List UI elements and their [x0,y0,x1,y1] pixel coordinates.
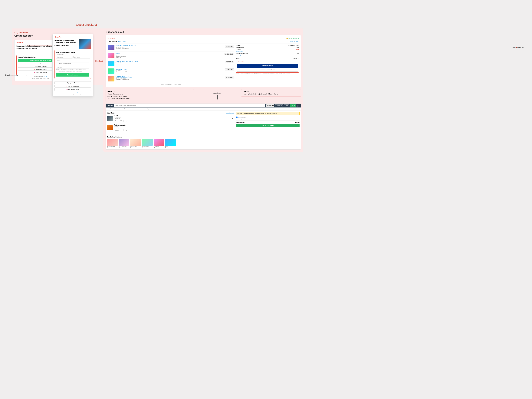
tab-brushes[interactable]: Brushes & More [152,108,160,110]
modal2-login-link[interactable]: Log In [76,91,79,93]
product6-price: $4 [165,147,176,148]
cart-item1-license-select[interactable]: Standard [114,120,122,122]
item2-author: by TopVectors [115,54,223,56]
product1-name: Rainbow Font Cut... [107,146,118,147]
google-signup-button-2[interactable]: G Sign Up with Google [55,85,91,88]
right-panel-label: Guest checkout [106,31,301,33]
checkout-items-list: Geometric Gradient Design Kit by Paul Do… [108,45,234,85]
tax-value: $0 [298,52,299,54]
create-account-button-full[interactable]: Create Account [56,73,89,76]
cart-item2-price: $4 [233,127,234,129]
tab-photos[interactable]: Photos [118,108,122,110]
total-label: Total [236,57,240,59]
back-to-cart-link[interactable]: Back to Cart [118,41,126,42]
cart-subtotal-value: $31.00 [295,121,299,123]
promo-code-link[interactable]: + Promo code [236,60,299,62]
total-value: $94.56 [293,57,299,59]
cart-item1-qty-select[interactable]: 1 [123,120,128,122]
modal1-terms: Terms [32,78,35,79]
update-cart-label: Update cart [213,92,222,94]
checkout-item-1: Geometric Gradient Design Kit by Paul Do… [108,45,234,51]
item2-price: $49 $43.10 [225,53,234,55]
product-card-2[interactable]: Self Expansion An... $4 [119,139,129,148]
review-order-label: Review order [513,46,524,49]
password-hint: password, lowercase, more than 6 charact… [56,69,89,70]
product-card-6[interactable]: SERIF... $4 [165,139,176,148]
product3-name: Vintage Badges... [130,146,141,147]
item4-name: Traditional Paper [115,69,224,70]
modal2-hero-image [79,39,91,49]
checkout-annot-title: Checkout [107,90,192,92]
need-support-link[interactable]: Need Support? [290,41,299,42]
sign-up-checkout-button[interactable]: Sign Up to Checkout [236,124,299,127]
add-billing-info[interactable]: Add billing info [236,54,299,56]
subtotal-value: $126.04 / $113.00 [288,45,299,47]
open-site-btn[interactable]: Open a Site [275,104,283,107]
cart-item1-price: $27 [232,118,234,119]
product2-price: $4 [119,147,129,148]
modal1-login-link[interactable]: Log In [44,76,47,77]
dribbble-btn-label-1: Sign up with Dribble [36,72,47,73]
checkout-modal: Creative 🔒 Secure Checkout Checkout Back… [106,35,301,87]
product6-name: SERIF... [165,146,176,147]
item1-thumb [108,45,114,50]
checkout-summary: Subtotal $126.04 / $113.00 Platform Fee … [236,45,299,85]
tab-templates[interactable]: Templates & Themes [132,108,143,110]
terms-checkbox[interactable] [56,71,58,72]
paypal-button[interactable]: Pay with PayPal [237,64,298,68]
google-btn-label-2: Sign Up with Google [68,85,79,87]
cart-navbar: Creative All Items Open a Site Log In Si… [106,104,301,108]
credit-card-button[interactable]: or checkout with credit card [237,68,298,72]
cart-support-link[interactable]: Need Support? [226,112,234,114]
modal2-privacy: Privacy Policy [75,94,81,95]
password-input[interactable] [56,66,89,69]
modal1-hero-text: Discover digital assets created by talen… [16,45,53,54]
save-option: Save up to 20% on this cart [236,118,299,120]
checkout-right-annot-title: Checkout [243,90,299,92]
tab-illustrations[interactable]: Illustrations [124,108,130,110]
dribbble-signup-button-2[interactable]: ◆ Sign up with Dribble [55,88,91,91]
item3-author: by artistsdesign [115,62,224,63]
log-in-btn[interactable]: Log In [284,104,289,107]
tab-mockups[interactable]: Mockups [145,108,150,110]
checkout-item-3: Autumn Landscape Scene Creator by artist… [108,61,234,67]
platform-fee-value: $3.94 [296,47,299,49]
create-account-arrow [15,75,26,75]
tab-more[interactable]: More [162,108,165,110]
product-card-4[interactable]: Go Explore Type... $4 [142,139,153,148]
email-input[interactable] [56,59,89,62]
paypal-btn-label: Pay with PayPal [262,65,272,67]
cart-brand: Creative [107,105,113,106]
product-card-3[interactable]: Vintage Badges... $4 [130,139,141,148]
cart-item2-license-select[interactable]: Standard [114,129,122,131]
product-card-5[interactable]: Super Vibes... $4 [154,139,164,148]
cart-item1-thumb [107,116,113,121]
flow-label-checkout: Checkout [95,60,103,62]
last-name-input[interactable] [73,56,90,58]
platform-fee-label: Platform Fee [236,47,244,49]
checkout-item-2: Petals by TopVectors * Commercial Licens… [108,53,234,59]
product-card-1[interactable]: Rainbow Font Cut... $4 [107,139,118,148]
checkout-terms: Terms [161,84,164,85]
cart-item2-qty-select[interactable]: 1 [123,129,128,131]
full-amount-radio[interactable] [236,116,238,118]
tab-graphics[interactable]: Graphics [107,108,112,110]
modal2-brand: Creative [55,36,91,38]
cart-search-input[interactable] [114,104,265,107]
item5-author: by Design laboratory [115,78,224,79]
item1-info: Geometric Gradient Design Kit by Paul Do… [115,45,224,49]
first-name-input[interactable] [56,56,73,58]
sign-up-btn[interactable]: Sign Up [290,104,296,107]
tax-label: Extended Sales Tax [236,52,248,54]
cart-item2-name: Texture made of... [114,124,232,126]
tab-fonts[interactable]: Fonts [114,108,117,110]
all-items-select[interactable]: All Items [266,104,274,107]
username-input[interactable] [56,62,89,65]
google-btn-label-1: Sign Up with Google [36,69,47,70]
discount-value: -$9.08 [295,49,299,51]
product3-price: $4 [130,147,141,148]
cart-icon[interactable]: 🛒 [297,104,299,107]
facebook-signup-button-2[interactable]: f Sign up with Facebook [55,81,91,84]
fb-btn-label-2: Sign up with Facebook [67,82,79,83]
modal1-cookie: Cookie Policy [36,78,42,79]
